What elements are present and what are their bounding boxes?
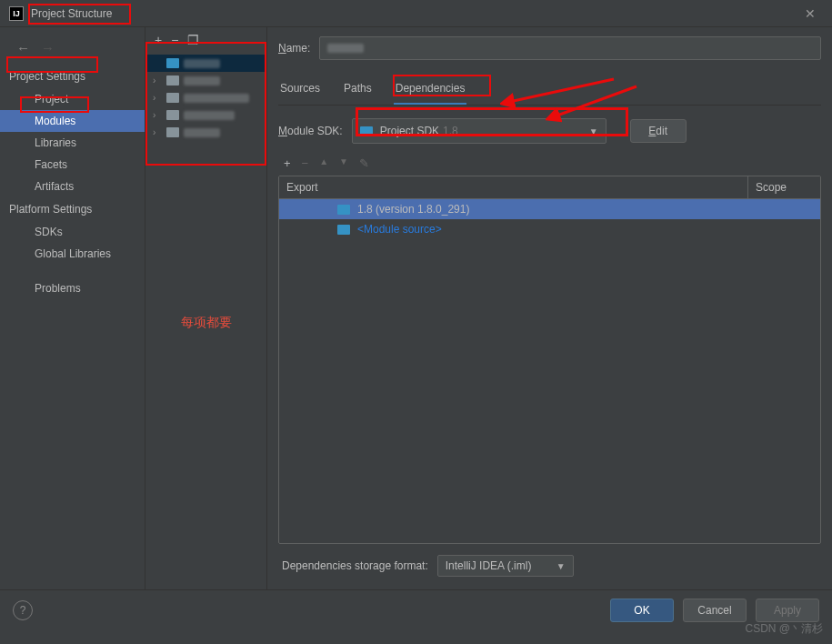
tab-paths[interactable]: Paths [342,76,374,105]
table-row[interactable]: <Module source> [279,219,820,239]
sidebar-item-problems[interactable]: Problems [0,277,145,299]
up-icon[interactable]: ▲ [319,156,328,170]
module-name-blurred [184,94,249,103]
sidebar-item-sdks[interactable]: SDKs [0,221,145,243]
dep-name: <Module source> [357,223,442,236]
edit-button[interactable]: Edit [630,119,687,143]
chevron-down-icon: ▼ [556,561,566,571]
folder-icon [166,58,179,68]
platform-settings-header: Platform Settings [0,197,145,221]
chevron-right-icon[interactable]: › [153,110,162,120]
apply-button[interactable]: Apply [756,599,819,622]
remove-dep-icon[interactable]: − [302,156,309,170]
module-item[interactable]: › [147,89,265,106]
intellij-icon: IJ [9,6,24,21]
folder-icon [337,225,350,235]
storage-value: IntelliJ IDEA (.iml) [446,559,532,572]
module-name-blurred [184,76,220,86]
dependencies-table: Export Scope 1.8 (version 1.8.0_291) <Mo… [278,176,821,544]
sidebar: ← → Project Settings Project Modules Lib… [0,27,145,589]
chevron-right-icon[interactable]: › [153,93,162,103]
annotation-note: 每项都要 [145,309,266,337]
module-name-blurred [184,128,220,137]
sidebar-item-global-libraries[interactable]: Global Libraries [0,243,145,265]
module-list-panel: + − ❐ › › › › 每项都要 [145,27,267,589]
add-module-icon[interactable]: + [155,33,162,47]
folder-icon [337,205,350,215]
sidebar-item-modules[interactable]: Modules [0,110,145,132]
back-icon[interactable]: ← [16,40,30,55]
module-sdk-select[interactable]: Project SDK 1.8 ▼ [352,118,606,144]
module-item[interactable]: › [147,106,265,124]
cancel-button[interactable]: Cancel [683,599,747,622]
sidebar-item-libraries[interactable]: Libraries [0,132,145,154]
folder-icon [166,127,179,137]
sdk-version: 1.8 [443,125,458,137]
sidebar-item-facets[interactable]: Facets [0,154,145,176]
dep-name: 1.8 (version 1.8.0_291) [357,203,469,216]
folder-icon [166,110,179,120]
module-item[interactable]: › [147,72,265,89]
project-settings-header: Project Settings [0,65,145,88]
name-input[interactable] [319,36,821,60]
copy-module-icon[interactable]: ❐ [187,33,199,47]
folder-icon [166,75,179,86]
module-sdk-label: Module SDK: [278,125,343,137]
table-row[interactable]: 1.8 (version 1.8.0_291) [279,199,820,219]
module-name-blurred [184,111,235,120]
watermark: CSDN @丶清杉 [745,621,823,637]
sdk-name: Project SDK [380,125,439,137]
module-name-blurred [184,59,220,68]
folder-icon [166,93,179,103]
chevron-down-icon: ▼ [589,126,598,136]
forward-icon[interactable]: → [41,40,55,55]
sidebar-item-artifacts[interactable]: Artifacts [0,176,145,197]
tab-sources[interactable]: Sources [278,76,322,105]
chevron-right-icon[interactable]: › [153,127,162,137]
down-icon[interactable]: ▼ [339,156,348,170]
close-icon[interactable]: ✕ [797,3,823,25]
add-dep-icon[interactable]: + [284,156,291,170]
chevron-right-icon[interactable]: › [153,75,162,86]
column-scope-header: Scope [747,176,820,198]
sidebar-item-project[interactable]: Project [0,88,145,110]
content-panel: Name: Sources Paths Dependencies Module … [267,27,832,589]
storage-format-select[interactable]: IntelliJ IDEA (.iml) ▼ [437,555,574,577]
ok-button[interactable]: OK [610,599,674,622]
remove-module-icon[interactable]: − [171,33,178,47]
module-item[interactable]: › [147,124,265,141]
storage-format-label: Dependencies storage format: [282,559,428,572]
name-label: Name: [278,42,310,55]
folder-icon [360,126,373,136]
edit-dep-icon[interactable]: ✎ [359,156,369,170]
module-item[interactable] [147,55,265,72]
name-value-blurred [327,44,364,53]
window-title: Project Structure [31,7,112,20]
help-button[interactable]: ? [13,600,33,620]
tab-dependencies[interactable]: Dependencies [394,76,467,105]
column-export-header: Export [279,176,747,198]
